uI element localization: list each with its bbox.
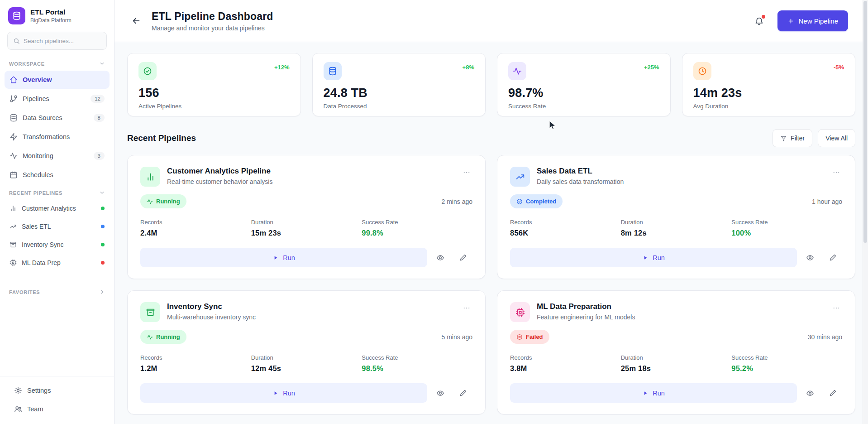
database-logo-icon <box>8 7 25 24</box>
view-button[interactable] <box>801 384 820 403</box>
run-button[interactable]: Run <box>510 383 797 403</box>
sidebar-item-monitoring[interactable]: Monitoring 3 <box>5 147 110 165</box>
chevron-right-icon <box>99 289 105 295</box>
app-title: ETL Portal <box>30 8 72 16</box>
sidebar-item-inventory-sync[interactable]: Inventory Sync <box>5 236 110 253</box>
last-run-time: 1 hour ago <box>812 198 842 205</box>
plus-icon <box>787 18 794 24</box>
metric-label: Success Rate <box>362 219 472 226</box>
sidebar-item-label: Overview <box>23 76 105 83</box>
edit-button[interactable] <box>823 248 842 267</box>
more-options-button[interactable] <box>461 167 472 178</box>
search-input[interactable] <box>24 38 101 44</box>
sidebar-item-data-sources[interactable]: Data Sources 8 <box>5 109 110 127</box>
sidebar-item-customer-analytics[interactable]: Customer Analytics <box>5 200 110 217</box>
count-badge: 8 <box>94 114 105 122</box>
favorites-section-header[interactable]: FAVORITES <box>0 284 114 299</box>
run-button[interactable]: Run <box>510 248 797 267</box>
page-subtitle: Manage and monitor your data pipelines <box>152 24 273 32</box>
sidebar-item-sales-etl[interactable]: Sales ETL <box>5 218 110 235</box>
play-icon <box>642 390 649 396</box>
sidebar-item-schedules[interactable]: Schedules <box>5 166 110 184</box>
pencil-icon <box>459 254 467 261</box>
new-pipeline-label: New Pipeline <box>798 17 838 25</box>
calendar-icon <box>10 171 18 179</box>
sidebar-item-settings[interactable]: Settings <box>9 381 105 400</box>
sidebar-nav: WORKSPACE Overview Pipelines 12 Data Sou… <box>0 55 114 376</box>
sidebar-item-label: Transformations <box>23 133 105 140</box>
status-label: Running <box>156 198 180 205</box>
search-box[interactable] <box>7 32 107 50</box>
new-pipeline-button[interactable]: New Pipeline <box>777 10 848 31</box>
chevron-down-icon <box>99 61 105 67</box>
pipeline-grid: Customer Analytics Pipeline Real-time cu… <box>127 155 855 414</box>
sidebar-item-overview[interactable]: Overview <box>5 71 110 89</box>
view-all-button[interactable]: View All <box>818 129 855 147</box>
run-button[interactable]: Run <box>140 383 427 403</box>
sidebar-item-label: ML Data Prep <box>22 259 96 266</box>
status-label: Failed <box>526 333 543 340</box>
view-button[interactable] <box>431 248 450 267</box>
stat-value: 24.8 TB <box>324 86 475 100</box>
view-button[interactable] <box>801 248 820 267</box>
sidebar-item-team[interactable]: Team <box>9 400 105 418</box>
sidebar-item-pipelines[interactable]: Pipelines 12 <box>5 90 110 108</box>
more-options-button[interactable] <box>830 167 842 178</box>
search-icon <box>13 38 20 44</box>
vertical-scrollbar[interactable] <box>863 0 868 424</box>
pipeline-description: Feature engineering for ML models <box>537 313 824 321</box>
metric-duration: Duration 15m 23s <box>251 219 362 237</box>
run-button[interactable]: Run <box>140 248 427 267</box>
check-circle-icon <box>138 62 157 80</box>
notifications-button[interactable] <box>753 14 766 28</box>
metric-label: Records <box>510 219 621 226</box>
workspace-label: WORKSPACE <box>9 61 45 67</box>
ellipsis-icon <box>832 169 840 177</box>
sidebar-item-label: Schedules <box>23 171 105 178</box>
metric-records: Records 1.2M <box>140 354 251 373</box>
status-badge: Failed <box>510 330 549 344</box>
metric-value: 100% <box>731 229 842 237</box>
sidebar-item-label: Customer Analytics <box>22 205 96 212</box>
gear-icon <box>14 386 22 395</box>
eye-icon <box>806 389 814 397</box>
stat-delta: +12% <box>274 64 290 71</box>
status-label: Running <box>156 333 180 340</box>
pipeline-card-sales-data-etl: Sales Data ETL Daily sales data transfor… <box>497 155 855 279</box>
sidebar-item-label: Team <box>27 405 100 413</box>
trending-up-icon <box>510 167 530 187</box>
sidebar-item-ml-data-prep[interactable]: ML Data Prep <box>5 254 110 271</box>
ellipsis-icon <box>463 169 471 177</box>
more-options-button[interactable] <box>461 302 472 314</box>
metric-label: Records <box>140 219 251 226</box>
metric-records: Records 3.8M <box>510 354 621 373</box>
workspace-section-header[interactable]: WORKSPACE <box>0 55 114 70</box>
pipeline-name: Customer Analytics Pipeline <box>167 167 454 176</box>
edit-button[interactable] <box>453 248 472 267</box>
stats-row: +12% 156 Active Pipelines +8% 24.8 TB Da… <box>127 53 855 116</box>
app-logo: ETL Portal BigData Platform <box>0 0 114 31</box>
edit-button[interactable] <box>453 384 472 403</box>
scrollbar-thumb[interactable] <box>863 1 867 243</box>
metric-success-rate: Success Rate 98.5% <box>362 354 472 373</box>
status-badge: Running <box>140 330 186 344</box>
cpu-icon <box>10 259 17 266</box>
metric-records: Records 856K <box>510 219 621 237</box>
metric-value: 25m 18s <box>621 364 732 373</box>
metric-value: 95.2% <box>731 364 842 373</box>
bar-chart-icon <box>10 205 17 212</box>
database-icon <box>10 114 18 122</box>
edit-button[interactable] <box>823 384 842 403</box>
favorites-label: FAVORITES <box>9 289 40 295</box>
run-label: Run <box>283 254 295 261</box>
recent-pipelines-section-header[interactable]: RECENT PIPELINES <box>0 184 114 199</box>
more-options-button[interactable] <box>830 302 842 314</box>
chevron-down-icon <box>99 190 105 196</box>
filter-button[interactable]: Filter <box>773 129 812 147</box>
back-button[interactable] <box>127 12 145 30</box>
count-badge: 3 <box>94 152 105 160</box>
metric-value: 2.4M <box>140 229 251 237</box>
sidebar-item-transformations[interactable]: Transformations <box>5 128 110 146</box>
metric-value: 12m 45s <box>251 364 362 373</box>
view-button[interactable] <box>431 384 450 403</box>
